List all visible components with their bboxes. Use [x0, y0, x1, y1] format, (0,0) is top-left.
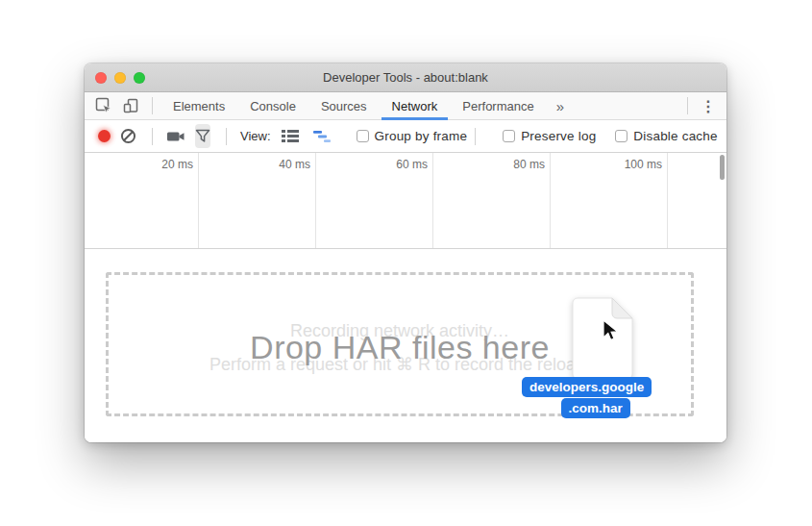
minimize-window-button[interactable] [114, 72, 126, 84]
file-name-line1: developers.google [522, 377, 652, 397]
devtools-window: Developer Tools - about:blank Elements C… [85, 63, 726, 442]
divider [152, 128, 153, 145]
group-by-frame-label: Group by frame [375, 129, 468, 143]
devtools-tab-bar: Elements Console Sources Network Perform… [85, 92, 726, 120]
inspect-cursor-icon [95, 97, 112, 114]
funnel-icon [195, 129, 210, 143]
traffic-lights [95, 72, 145, 84]
mouse-cursor-icon [601, 319, 620, 342]
clear-button[interactable] [120, 128, 136, 144]
group-by-frame-checkbox[interactable]: Group by frame [357, 129, 468, 143]
divider [226, 128, 227, 145]
tab-network[interactable]: Network [380, 92, 451, 119]
har-drop-target[interactable]: Recording network activity… Drop HAR fil… [106, 272, 694, 416]
device-toolbar-button[interactable] [117, 94, 144, 117]
zoom-window-button[interactable] [134, 72, 145, 84]
gridline [432, 153, 433, 248]
checkbox-icon[interactable] [357, 130, 369, 142]
gridline [315, 153, 316, 248]
show-overview-button[interactable] [313, 130, 332, 143]
tab-console[interactable]: Console [237, 92, 308, 119]
inspect-element-button[interactable] [90, 94, 117, 117]
divider [152, 97, 153, 114]
more-tabs-icon[interactable]: » [547, 98, 574, 114]
file-name-line2: .com.har [561, 398, 630, 418]
preserve-log-label: Preserve log [521, 129, 596, 143]
network-panel-body: Recording network activity… Drop HAR fil… [85, 249, 726, 442]
record-button[interactable] [98, 130, 111, 142]
close-window-button[interactable] [95, 72, 107, 84]
camera-icon [166, 129, 185, 144]
capture-screenshots-button[interactable] [166, 129, 185, 144]
device-toolbar-icon [122, 97, 139, 114]
network-overview-timeline: 20 ms 40 ms 60 ms 80 ms 100 ms [85, 153, 726, 249]
timeline-tick: 20 ms [161, 158, 193, 171]
network-toolbar: View: Group by frame Preserve log [85, 120, 726, 153]
filter-button[interactable] [195, 124, 210, 148]
vertical-scrollbar-thumb[interactable] [720, 155, 725, 180]
list-rows-icon [281, 129, 300, 143]
divider [475, 128, 476, 145]
tab-performance[interactable]: Performance [450, 92, 546, 119]
titlebar[interactable]: Developer Tools - about:blank [85, 63, 726, 92]
main-menu-icon[interactable]: ⋮ [696, 97, 721, 115]
waterfall-icon [313, 130, 332, 143]
disable-cache-label: Disable cache [633, 129, 717, 143]
timeline-tick: 40 ms [279, 158, 310, 171]
divider [687, 97, 688, 114]
disable-cache-checkbox[interactable]: Disable cache [615, 129, 717, 143]
timeline-tick: 100 ms [625, 158, 662, 171]
tab-sources[interactable]: Sources [308, 92, 380, 119]
large-request-rows-button[interactable] [281, 129, 300, 143]
gridline [550, 153, 551, 248]
window-title: Developer Tools - about:blank [323, 70, 488, 85]
gridline [198, 153, 199, 248]
preserve-log-checkbox[interactable]: Preserve log [503, 129, 596, 143]
timeline-tick: 60 ms [396, 158, 428, 171]
checkbox-icon[interactable] [503, 130, 515, 142]
dragged-file-name-label: developers.google .com.har [522, 377, 652, 418]
view-label: View: [240, 129, 271, 143]
circle-slash-icon [120, 128, 136, 144]
checkbox-icon[interactable] [615, 130, 627, 142]
gridline [667, 153, 668, 248]
tab-elements[interactable]: Elements [160, 92, 237, 119]
timeline-tick: 80 ms [513, 158, 545, 171]
